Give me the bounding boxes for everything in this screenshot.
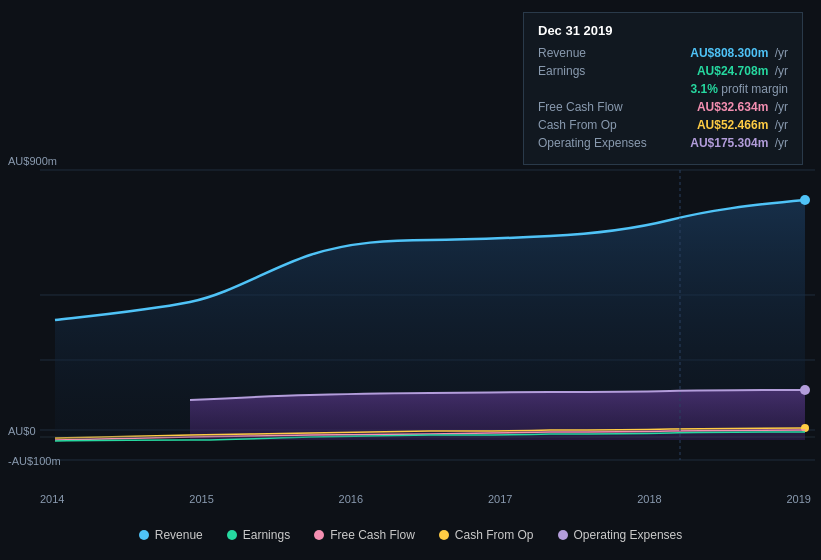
y-label-mid: AU$0 [8, 425, 36, 437]
revenue-unit: /yr [775, 46, 788, 60]
x-label-2017: 2017 [488, 493, 512, 505]
legend-fcf[interactable]: Free Cash Flow [314, 528, 415, 542]
svg-point-7 [801, 424, 809, 432]
legend-earnings[interactable]: Earnings [227, 528, 290, 542]
x-label-2019: 2019 [786, 493, 810, 505]
fcf-label: Free Cash Flow [538, 100, 658, 114]
earnings-value: AU$24.708m [697, 64, 768, 78]
fcf-unit: /yr [775, 100, 788, 114]
legend-dot-earnings [227, 530, 237, 540]
legend-label-fcf: Free Cash Flow [330, 528, 415, 542]
y-label-neg: -AU$100m [8, 455, 61, 467]
legend-revenue[interactable]: Revenue [139, 528, 203, 542]
earnings-label: Earnings [538, 64, 658, 78]
earnings-unit: /yr [775, 64, 788, 78]
profit-margin: 3.1% profit margin [691, 82, 788, 96]
legend-label-earnings: Earnings [243, 528, 290, 542]
fcf-row: Free Cash Flow AU$32.634m /yr [538, 100, 788, 114]
opex-value: AU$175.304m [690, 136, 768, 150]
legend-opex[interactable]: Operating Expenses [558, 528, 683, 542]
x-label-2018: 2018 [637, 493, 661, 505]
legend-cashfromop[interactable]: Cash From Op [439, 528, 534, 542]
revenue-label: Revenue [538, 46, 658, 60]
legend-label-revenue: Revenue [155, 528, 203, 542]
x-label-2016: 2016 [339, 493, 363, 505]
fcf-value: AU$32.634m [697, 100, 768, 114]
cashfromop-value: AU$52.466m [697, 118, 768, 132]
svg-point-5 [800, 195, 810, 205]
svg-point-6 [800, 385, 810, 395]
x-axis-labels: 2014 2015 2016 2017 2018 2019 [40, 493, 811, 505]
revenue-value: AU$808.300m [690, 46, 768, 60]
earnings-row: Earnings AU$24.708m /yr [538, 64, 788, 78]
legend-dot-opex [558, 530, 568, 540]
x-label-2015: 2015 [189, 493, 213, 505]
legend-label-opex: Operating Expenses [574, 528, 683, 542]
y-label-top: AU$900m [8, 155, 57, 167]
tooltip-box: Dec 31 2019 Revenue AU$808.300m /yr Earn… [523, 12, 803, 165]
opex-unit: /yr [775, 136, 788, 150]
profit-margin-row: 3.1% profit margin [538, 82, 788, 96]
legend-dot-cashfromop [439, 530, 449, 540]
cashfromop-row: Cash From Op AU$52.466m /yr [538, 118, 788, 132]
cashfromop-unit: /yr [775, 118, 788, 132]
x-label-2014: 2014 [40, 493, 64, 505]
legend-label-cashfromop: Cash From Op [455, 528, 534, 542]
legend-dot-revenue [139, 530, 149, 540]
revenue-row: Revenue AU$808.300m /yr [538, 46, 788, 60]
opex-row: Operating Expenses AU$175.304m /yr [538, 136, 788, 150]
opex-label: Operating Expenses [538, 136, 658, 150]
chart-legend: Revenue Earnings Free Cash Flow Cash Fro… [0, 520, 821, 550]
legend-dot-fcf [314, 530, 324, 540]
cashfromop-label: Cash From Op [538, 118, 658, 132]
tooltip-title: Dec 31 2019 [538, 23, 788, 38]
